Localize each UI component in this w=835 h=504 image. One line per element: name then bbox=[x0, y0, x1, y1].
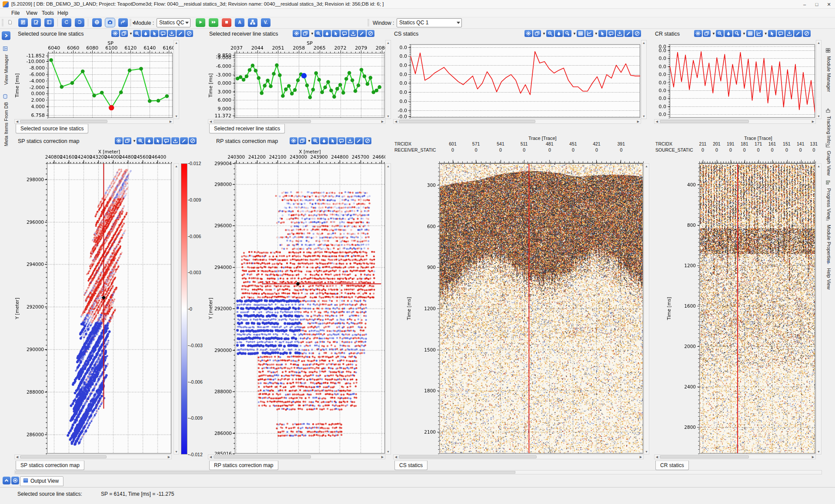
scroll-up-icon[interactable]: ▲ bbox=[641, 40, 646, 45]
chevron-down-icon[interactable]: ▼ bbox=[133, 139, 136, 143]
stop-button[interactable] bbox=[222, 18, 231, 27]
close-button[interactable]: ✕ bbox=[823, 0, 835, 9]
menu-file[interactable]: File bbox=[9, 10, 22, 17]
horizontal-scrollbar[interactable]: ◀▶ bbox=[393, 119, 641, 124]
window-restore-button[interactable] bbox=[298, 137, 306, 144]
tab-cr_seismic[interactable]: CR statics bbox=[655, 461, 689, 470]
cursor-button[interactable] bbox=[154, 137, 162, 144]
cursor-button[interactable] bbox=[332, 30, 340, 37]
scroll-up-icon[interactable]: ▲ bbox=[386, 164, 391, 169]
comment-button[interactable] bbox=[777, 30, 785, 37]
window-restore-button[interactable] bbox=[120, 30, 128, 37]
comment-button[interactable] bbox=[341, 30, 348, 37]
cursor-button[interactable] bbox=[329, 137, 337, 144]
chevron-down-icon[interactable]: ▼ bbox=[764, 32, 768, 36]
vertical-scrollbar[interactable]: ▲▼ bbox=[385, 163, 391, 454]
horizontal-scrollbar[interactable]: ◀▶ bbox=[208, 119, 385, 124]
scroll-down-icon[interactable]: ▼ bbox=[816, 114, 821, 119]
scroll-right-icon[interactable]: ▶ bbox=[636, 119, 641, 123]
zoom-in-button[interactable] bbox=[137, 137, 144, 144]
zoom-cursor-button[interactable] bbox=[733, 30, 741, 37]
horizontal-scrollbar[interactable]: ◀▶ bbox=[393, 454, 644, 459]
cursor-button[interactable] bbox=[768, 30, 776, 37]
scroll-down-icon[interactable]: ▼ bbox=[816, 449, 821, 454]
zoom-in-button[interactable] bbox=[133, 30, 141, 37]
settings-button[interactable] bbox=[115, 137, 123, 144]
settings-button[interactable] bbox=[111, 30, 119, 37]
scroll-left-icon[interactable]: ◀ bbox=[208, 455, 213, 459]
pen-button[interactable] bbox=[355, 137, 363, 144]
chevron-down-icon[interactable]: ▼ bbox=[132, 21, 135, 25]
scroll-left-icon[interactable]: ◀ bbox=[394, 119, 398, 123]
scroll-left-icon[interactable]: ◀ bbox=[655, 455, 659, 459]
tab-output-view[interactable]: Output View bbox=[20, 476, 63, 486]
minimize-button[interactable]: – bbox=[798, 0, 811, 9]
settings-button[interactable] bbox=[694, 30, 702, 37]
chart-button[interactable] bbox=[585, 30, 593, 37]
vertical-scrollbar[interactable]: ▲▼ bbox=[644, 163, 649, 454]
sidebar-tab-help-view[interactable]: ? Help View bbox=[825, 260, 832, 289]
chart-canvas-source_line[interactable] bbox=[14, 40, 174, 119]
pen-button[interactable] bbox=[794, 30, 802, 37]
horizontal-scrollbar[interactable]: ◀▶ bbox=[14, 454, 172, 459]
window-restore-button[interactable] bbox=[533, 30, 541, 37]
scroll-right-icon[interactable]: ▶ bbox=[811, 455, 815, 459]
scroll-up-icon[interactable]: ▲ bbox=[816, 40, 821, 45]
zoom-in-button[interactable] bbox=[311, 137, 319, 144]
form-button[interactable] bbox=[18, 18, 28, 27]
scroll-left-icon[interactable]: ◀ bbox=[394, 455, 398, 459]
sidebar-tab-meta-items-from-db[interactable]: Meta Items From DB bbox=[3, 94, 9, 146]
vertical-scrollbar[interactable]: ▲▼ bbox=[641, 40, 647, 119]
horizontal-scrollbar[interactable]: ◀▶ bbox=[654, 119, 816, 124]
scroll-left-icon[interactable]: ◀ bbox=[15, 455, 20, 459]
brush-button[interactable] bbox=[142, 30, 150, 37]
scroll-right-icon[interactable]: ▶ bbox=[638, 455, 643, 459]
vertical-scrollbar[interactable]: ▲▼ bbox=[816, 40, 822, 119]
compass-button[interactable] bbox=[189, 137, 197, 144]
scroll-down-icon[interactable]: ▼ bbox=[386, 449, 391, 454]
vertical-scrollbar[interactable]: ▲▼ bbox=[816, 163, 822, 454]
chart-canvas-receiver_line[interactable] bbox=[208, 40, 385, 119]
table-button[interactable] bbox=[746, 30, 754, 37]
scroll-up-icon[interactable]: ▲ bbox=[174, 40, 179, 45]
settings-button[interactable] bbox=[293, 30, 301, 37]
scroll-up-icon[interactable]: ▲ bbox=[174, 164, 179, 169]
chevron-down-icon[interactable]: ▼ bbox=[129, 32, 133, 36]
zoom-out-button[interactable] bbox=[716, 30, 724, 37]
table-button[interactable] bbox=[577, 30, 584, 37]
chevron-down-icon[interactable]: ▼ bbox=[573, 32, 576, 36]
chevron-down-icon[interactable]: ▼ bbox=[742, 32, 746, 36]
download-button[interactable] bbox=[171, 137, 179, 144]
sidebar-tab-module-properties[interactable]: Module Properties bbox=[825, 216, 832, 263]
vertical-scrollbar[interactable]: ▲▼ bbox=[174, 163, 179, 454]
sidebar-tab-module-manager[interactable]: Module Manager bbox=[825, 48, 832, 92]
window-restore-button[interactable] bbox=[301, 30, 309, 37]
pen-button[interactable] bbox=[177, 30, 184, 37]
zoom-out-button[interactable] bbox=[546, 30, 554, 37]
tab-receiver_line[interactable]: Selected receiver line statics bbox=[209, 124, 285, 133]
sidebar-tab-tracking-info[interactable]: Tracking Info bbox=[825, 108, 832, 143]
download-button[interactable] bbox=[616, 30, 624, 37]
redo-circle-button[interactable] bbox=[75, 18, 84, 27]
scroll-down-icon[interactable]: ▼ bbox=[174, 449, 179, 454]
share-button[interactable] bbox=[118, 18, 128, 27]
chart-canvas-rp_map[interactable] bbox=[208, 149, 385, 454]
sidebar-tab-progress-view[interactable]: Progress View bbox=[825, 180, 832, 219]
comment-button[interactable] bbox=[337, 137, 345, 144]
scroll-down-icon[interactable]: ▼ bbox=[644, 449, 649, 454]
maximize-button[interactable]: □ bbox=[811, 0, 823, 9]
output-icon-button[interactable] bbox=[11, 477, 19, 484]
chevron-down-icon[interactable]: ▼ bbox=[311, 32, 314, 36]
download-button[interactable] bbox=[346, 137, 354, 144]
scroll-right-icon[interactable]: ▶ bbox=[380, 455, 385, 459]
scroll-up-icon[interactable]: ▲ bbox=[644, 164, 649, 169]
scroll-left-icon[interactable]: ◀ bbox=[208, 119, 213, 123]
tab-cs_seismic[interactable]: CS statics bbox=[394, 461, 428, 470]
flow-chart-button[interactable] bbox=[248, 18, 257, 27]
window-panel-button[interactable] bbox=[44, 18, 54, 27]
scroll-right-icon[interactable]: ▶ bbox=[811, 119, 815, 123]
sidebar-tab-view-manager[interactable]: View Manager bbox=[3, 46, 9, 85]
scroll-right-icon[interactable]: ▶ bbox=[167, 455, 171, 459]
camera-button[interactable] bbox=[105, 18, 115, 27]
horizontal-scrollbar[interactable]: ◀▶ bbox=[14, 119, 174, 124]
